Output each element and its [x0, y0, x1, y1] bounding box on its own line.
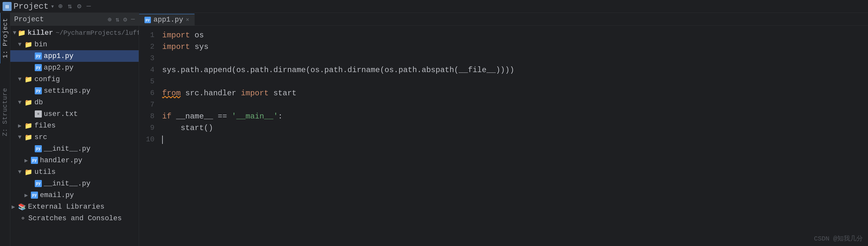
py-icon-settings: py	[35, 87, 42, 94]
files-label: files	[34, 122, 56, 130]
tree-item-app1py[interactable]: py app1.py	[10, 50, 139, 62]
main-string: '__main__'	[231, 113, 278, 120]
kw-import-1: import	[162, 32, 190, 39]
editor-area: py app1.py × ▸ 1 ▸ 2 3 4 5 6 7	[139, 13, 868, 246]
tree-item-app2py[interactable]: py app2.py	[10, 62, 139, 74]
tree-item-usertxt[interactable]: ≡ user.txt	[10, 108, 139, 120]
settings-icon[interactable]: ⚙	[77, 2, 82, 10]
emailpy-label: email.py	[40, 191, 74, 199]
line-num-10: 10	[139, 134, 154, 145]
add-icon[interactable]: ⊕	[58, 2, 62, 10]
tree-item-db[interactable]: ▼ 📁 db	[10, 97, 139, 108]
tab-app1py[interactable]: py app1.py ×	[139, 14, 195, 25]
main-layout: 1: Project Z: Structure Project ⊕ ⇅ ⚙ — …	[0, 13, 868, 246]
tree-item-handlerpy[interactable]: ▶ py handler.py	[10, 155, 139, 166]
py-icon-2: py	[35, 64, 42, 71]
tree-item-settingspy[interactable]: py settings.py	[10, 85, 139, 97]
bin-label: bin	[34, 40, 47, 49]
colon: :	[278, 113, 282, 120]
txt-icon: ≡	[35, 110, 42, 117]
tab-bar: py app1.py ×	[139, 13, 868, 26]
hide-panel-icon[interactable]: —	[131, 16, 135, 24]
file-tree-header: Project ⊕ ⇅ ⚙ —	[10, 13, 139, 26]
dunder-name: __name__ ==	[172, 113, 231, 120]
code-line-6: from src.handler import start	[162, 88, 868, 99]
code-line-3	[162, 53, 868, 64]
start-call: start()	[162, 124, 213, 132]
sidebar-tabs: 1: Project Z: Structure	[0, 13, 10, 246]
code-line-1: import os	[162, 30, 868, 41]
from-module: src.handler	[181, 89, 241, 97]
tree-item-files[interactable]: ▶ 📁 files	[10, 120, 139, 131]
sidebar-tab-project[interactable]: 1: Project	[0, 13, 10, 63]
code-line-7	[162, 99, 868, 111]
handlerpy-label: handler.py	[40, 157, 82, 165]
code-line-10	[162, 134, 868, 145]
tree-item-src-initpy[interactable]: py __init__.py	[10, 143, 139, 155]
code-content[interactable]: import os import sys sys.path.append(os.…	[160, 26, 868, 246]
py-icon: py	[35, 53, 42, 60]
code-line-5	[162, 76, 868, 88]
line-num-4: 4	[139, 64, 154, 76]
project-dropdown-arrow[interactable]: ▾	[51, 2, 54, 10]
tree-item-src[interactable]: ▼ 📁 src	[10, 131, 139, 143]
collapse-icon[interactable]: ⇅	[116, 16, 119, 24]
settings-file-icon[interactable]: ⚙	[123, 16, 127, 24]
scratches-icon: ⚬	[19, 215, 26, 222]
code-line-9: start()	[162, 122, 868, 134]
py-icon-init: py	[35, 145, 42, 152]
line-num-1: ▸ 1	[139, 30, 154, 41]
code-line-2: import sys	[162, 41, 868, 53]
py-icon-utils-init: py	[35, 180, 42, 187]
settingspy-label: settings.py	[44, 87, 90, 95]
line-num-8: ▶ 8	[139, 111, 154, 122]
add-file-icon[interactable]: ⊕	[108, 16, 112, 24]
sidebar-tab-structure[interactable]: Z: Structure	[0, 83, 10, 141]
py-icon-email: py	[31, 192, 38, 199]
utils-label: utils	[34, 168, 56, 176]
app1py-label: app1.py	[44, 52, 73, 60]
line-num-9: 9	[139, 122, 154, 134]
tree-item-scratches[interactable]: ⚬ Scratches and Consoles	[10, 213, 139, 224]
line-numbers: ▸ 1 ▸ 2 3 4 5 6 7 ▶ 8 9 10	[139, 26, 160, 246]
tree-root[interactable]: ▼ 📁 killer ~/PycharmProjects/luffyCourse…	[10, 27, 139, 39]
tree-item-config[interactable]: ▼ 📁 config	[10, 74, 139, 85]
tree-item-utils-initpy[interactable]: py __init__.py	[10, 178, 139, 189]
project-label[interactable]: Project	[13, 2, 49, 11]
line-num-7: 7	[139, 99, 154, 111]
tab-py-icon: py	[145, 17, 151, 23]
code-line-4: sys.path.append(os.path.dirname(os.path.…	[162, 64, 868, 76]
db-label: db	[34, 99, 43, 107]
title-bar-left: ▤ Project ▾	[3, 2, 54, 11]
tree-item-utils[interactable]: ▼ 📁 utils	[10, 166, 139, 178]
file-tree-header-actions: ⊕ ⇅ ⚙ —	[108, 16, 135, 24]
tree-item-extlibs[interactable]: ▶ 📚 External Libraries	[10, 201, 139, 213]
title-bar-actions: ⊕ ⇅ ⚙ —	[58, 2, 91, 10]
src-label: src	[34, 133, 47, 141]
sync-icon[interactable]: ⇅	[68, 2, 72, 10]
line-num-6: 6	[139, 88, 154, 99]
import-target: start	[269, 89, 296, 97]
kw-import-2: import	[162, 43, 190, 51]
watermark: CSDN @知我几分	[814, 234, 863, 243]
tab-label: app1.py	[153, 16, 183, 24]
scratches-label: Scratches and Consoles	[28, 214, 122, 222]
tree-item-emailpy[interactable]: ▶ py email.py	[10, 189, 139, 201]
project-icon: ▤	[3, 2, 11, 11]
app2py-label: app2.py	[44, 64, 73, 72]
kw-if: if	[162, 113, 172, 120]
title-bar: ▤ Project ▾ ⊕ ⇅ ⚙ —	[0, 0, 868, 13]
tab-close-button[interactable]: ×	[186, 17, 189, 23]
line-num-3: 3	[139, 53, 154, 64]
code-editor: ▸ 1 ▸ 2 3 4 5 6 7 ▶ 8 9 10	[139, 26, 868, 246]
extlibs-label: External Libraries	[28, 203, 104, 211]
config-label: config	[34, 75, 60, 83]
src-initpy-label: __init__.py	[44, 145, 90, 153]
file-tree-title: Project	[14, 16, 44, 24]
utils-initpy-label: __init__.py	[44, 180, 90, 188]
extlibs-icon: 📚	[18, 203, 26, 211]
code-line-8: if __name__ == '__main__' :	[162, 111, 868, 122]
root-name: killer	[28, 29, 53, 37]
tree-item-bin[interactable]: ▼ 📁 bin	[10, 39, 139, 50]
minimize-icon[interactable]: —	[87, 2, 91, 10]
